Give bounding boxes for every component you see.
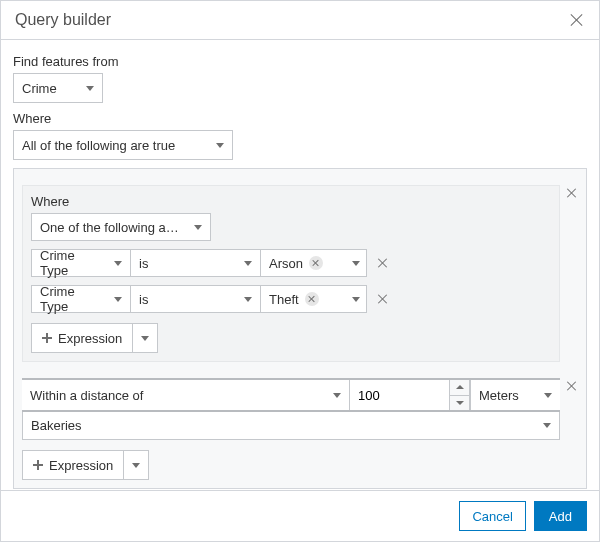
add-expression-button[interactable]: Expression	[31, 323, 158, 353]
expression-row: Crime Type is Arson	[31, 249, 551, 277]
distance-input[interactable]	[350, 380, 450, 410]
chevron-down-icon	[543, 423, 551, 428]
find-from-label: Find features from	[13, 54, 587, 69]
spatial-relation-value: Within a distance of	[30, 388, 143, 403]
subgroup-operator-value: One of the following are tr…	[40, 220, 180, 235]
where-label: Where	[13, 111, 587, 126]
operator-select[interactable]: is	[131, 249, 261, 277]
value-select[interactable]: Arson	[261, 249, 367, 277]
field-select[interactable]: Crime Type	[31, 249, 131, 277]
remove-row-icon[interactable]	[377, 257, 389, 269]
top-operator-value: All of the following are true	[22, 138, 175, 153]
top-operator-select[interactable]: All of the following are true	[13, 130, 233, 160]
subgroup-where-label: Where	[31, 194, 551, 209]
spatial-layer-value: Bakeries	[31, 418, 82, 433]
value-text: Theft	[269, 292, 299, 307]
chevron-down-icon	[352, 297, 360, 302]
add-button[interactable]: Add	[534, 501, 587, 531]
chevron-down-icon	[114, 297, 122, 302]
operator-value: is	[139, 256, 148, 271]
subgroup-panel: Where One of the following are tr… Crime…	[22, 185, 560, 362]
add-expression-button[interactable]: Expression	[22, 450, 149, 480]
close-icon[interactable]	[569, 12, 585, 28]
chevron-down-icon	[456, 401, 464, 405]
chevron-up-icon	[456, 385, 464, 389]
chevron-down-icon	[114, 261, 122, 266]
field-value: Crime Type	[40, 284, 106, 314]
value-select[interactable]: Theft	[261, 285, 367, 313]
add-expression-label: Expression	[49, 458, 113, 473]
dialog-body: Find features from Crime Where All of th…	[1, 40, 599, 490]
remove-spatial-icon[interactable]	[566, 380, 578, 392]
chevron-down-icon	[216, 143, 224, 148]
chevron-down-icon	[244, 261, 252, 266]
operator-value: is	[139, 292, 148, 307]
spinner-down-button[interactable]	[450, 396, 469, 411]
chevron-down-icon	[333, 393, 341, 398]
chevron-down-icon	[132, 463, 140, 468]
dialog-header: Query builder	[1, 1, 599, 40]
subgroup-row: Where One of the following are tr… Crime…	[22, 185, 578, 362]
field-select[interactable]: Crime Type	[31, 285, 131, 313]
distance-spinner	[450, 380, 470, 410]
chevron-down-icon	[352, 261, 360, 266]
chevron-down-icon	[141, 336, 149, 341]
field-value: Crime Type	[40, 248, 106, 278]
operator-select[interactable]: is	[131, 285, 261, 313]
clear-value-icon[interactable]	[309, 256, 323, 270]
dialog-footer: Cancel Add	[1, 490, 599, 541]
clear-value-icon[interactable]	[305, 292, 319, 306]
subgroup-operator-select[interactable]: One of the following are tr…	[31, 213, 211, 241]
spatial-row: Within a distance of Meters	[22, 370, 578, 480]
expression-row: Crime Type is Theft	[31, 285, 551, 313]
remove-row-icon[interactable]	[377, 293, 389, 305]
layer-select-value: Crime	[22, 81, 57, 96]
cancel-button[interactable]: Cancel	[459, 501, 525, 531]
layer-select[interactable]: Crime	[13, 73, 103, 103]
add-expression-label: Expression	[58, 331, 122, 346]
spatial-relation-select[interactable]: Within a distance of	[22, 380, 350, 410]
chevron-down-icon	[244, 297, 252, 302]
plus-icon	[33, 460, 43, 470]
expression-group-panel: Where One of the following are tr… Crime…	[13, 168, 587, 489]
chevron-down-icon	[194, 225, 202, 230]
spatial-layer-select[interactable]: Bakeries	[22, 412, 560, 440]
plus-icon	[42, 333, 52, 343]
chevron-down-icon	[86, 86, 94, 91]
units-value: Meters	[479, 388, 519, 403]
add-expression-dropdown[interactable]	[123, 451, 148, 479]
units-select[interactable]: Meters	[470, 380, 560, 410]
value-text: Arson	[269, 256, 303, 271]
query-builder-dialog: Query builder Find features from Crime W…	[0, 0, 600, 542]
remove-subgroup-icon[interactable]	[566, 187, 578, 199]
chevron-down-icon	[544, 393, 552, 398]
spatial-controls: Within a distance of Meters	[22, 378, 560, 412]
dialog-title: Query builder	[15, 11, 111, 29]
add-expression-dropdown[interactable]	[132, 324, 157, 352]
spinner-up-button[interactable]	[450, 380, 469, 396]
